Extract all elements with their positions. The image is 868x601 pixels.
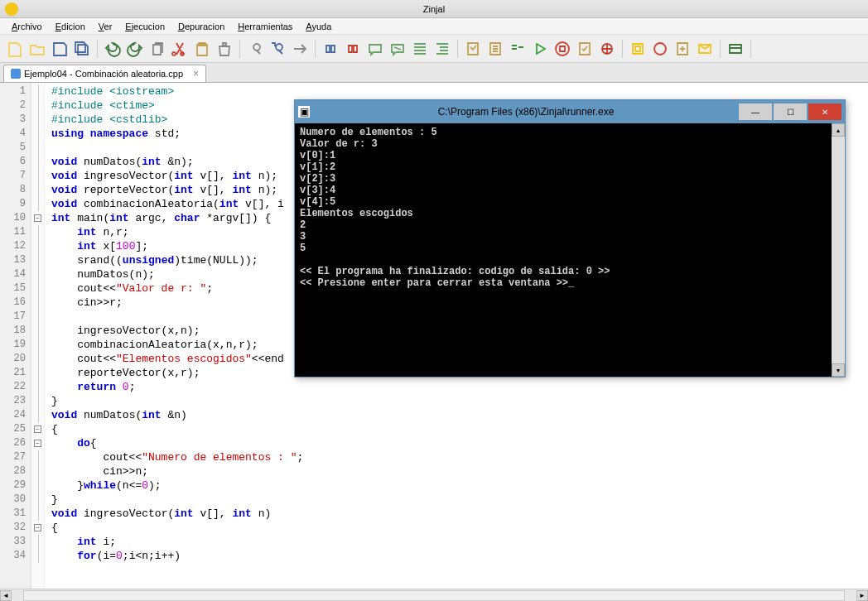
io-icon[interactable] [508,39,528,59]
scroll-down-arrow-icon[interactable]: ▼ [832,363,845,377]
code-line[interactable]: } [51,394,861,408]
fold-marker[interactable] [31,155,44,169]
fold-marker[interactable]: − [31,521,44,535]
fold-marker[interactable] [31,225,44,239]
fold-marker[interactable] [31,310,44,324]
fold-marker[interactable] [31,141,44,155]
code-line[interactable]: for(i=0;i<n;i++) [51,549,861,563]
fold-marker[interactable]: − [31,422,44,436]
console-titlebar[interactable]: ▣ C:\Program Files (x86)\Zinjal\runner.e… [295,100,845,123]
stop-icon[interactable] [552,39,572,59]
code-line[interactable]: void ingresoVector(int v[], int n) [51,507,861,521]
fold-marker[interactable] [31,296,44,310]
cut-icon[interactable] [170,39,190,59]
code-line[interactable]: #include <iostream> [51,84,861,99]
menu-archivo[interactable]: Archivo [7,20,47,33]
unindent-icon[interactable] [432,39,452,59]
code-line[interactable]: }while(n<=0); [51,478,861,493]
fold-marker[interactable] [31,408,44,422]
goto-icon[interactable] [290,39,310,59]
code-line[interactable]: cin>>n; [51,464,861,478]
menu-ayuda[interactable]: Ayuda [301,20,336,33]
menu-herramientas[interactable]: Herramientas [233,20,297,33]
code-line[interactable]: do{ [51,436,861,450]
scroll-left-arrow-icon[interactable]: ◄ [0,590,12,601]
fold-marker[interactable] [31,84,44,99]
fold-marker[interactable] [31,127,44,141]
code-line[interactable]: void numDatos(int &n) [51,408,861,422]
tab-close-icon[interactable]: × [193,68,199,79]
code-line[interactable]: { [51,422,861,436]
menu-ver[interactable]: Ver [94,20,118,33]
fold-marker[interactable] [31,380,44,394]
build-icon[interactable] [485,39,505,59]
breakpoint-icon[interactable] [650,39,670,59]
mail-icon[interactable] [695,39,715,59]
binoculars-icon[interactable] [321,39,340,59]
fold-marker[interactable] [31,535,44,549]
fold-marker[interactable] [31,99,44,113]
check-icon[interactable] [575,39,595,59]
new-file-icon[interactable] [5,39,25,59]
debug-icon[interactable] [597,39,617,59]
fold-marker[interactable] [31,253,44,267]
menu-edicion[interactable]: Edicion [51,20,90,33]
tools-icon[interactable] [628,39,648,59]
code-line[interactable]: } [51,493,861,507]
console-scrollbar[interactable]: ▲ ▼ [832,123,845,377]
fold-marker[interactable] [31,324,44,338]
code-line[interactable]: cout<<"Numero de elementos : "; [51,450,861,464]
fold-column[interactable]: −−−− [31,83,45,589]
fold-marker[interactable] [31,267,44,281]
step-icon[interactable] [673,39,692,59]
project-icon[interactable] [726,39,745,59]
scroll-track-v[interactable] [832,137,845,363]
console-output[interactable]: Numero de elementos : 5 Valor de r: 3 v[… [295,123,845,377]
code-line[interactable]: return 0; [51,380,861,394]
console-maximize-button[interactable]: ☐ [774,103,807,120]
fold-marker[interactable] [31,478,44,493]
copy-icon[interactable] [147,39,167,59]
comment-icon[interactable] [365,39,385,59]
fold-marker[interactable] [31,493,44,507]
scroll-track[interactable] [23,590,845,601]
code-line[interactable]: { [51,521,861,535]
undo-icon[interactable] [103,39,123,59]
compile-icon[interactable] [463,39,483,59]
fold-marker[interactable] [31,239,44,253]
binoculars-red-icon[interactable] [343,39,363,59]
uncomment-icon[interactable] [388,39,407,59]
menu-depuracion[interactable]: Depuracion [173,20,229,33]
run-icon[interactable] [530,39,550,59]
fold-marker[interactable] [31,352,44,366]
fold-marker[interactable] [31,113,44,127]
fold-marker[interactable] [31,338,44,352]
open-file-icon[interactable] [27,39,47,59]
delete-icon[interactable] [215,39,234,59]
fold-marker[interactable] [31,394,44,408]
fold-marker[interactable] [31,197,44,211]
fold-marker[interactable] [31,366,44,380]
find-icon[interactable] [245,39,265,59]
redo-icon[interactable] [125,39,145,59]
indent-icon[interactable] [410,39,430,59]
fold-marker[interactable] [31,507,44,521]
scroll-up-arrow-icon[interactable]: ▲ [832,123,845,137]
console-window[interactable]: ▣ C:\Program Files (x86)\Zinjal\runner.e… [294,99,846,377]
fold-marker[interactable] [31,281,44,296]
save-all-icon[interactable] [72,39,92,59]
fold-marker[interactable] [31,450,44,464]
replace-icon[interactable] [268,39,287,59]
fold-marker[interactable] [31,549,44,563]
horizontal-scrollbar[interactable]: ◄ ► [0,589,868,601]
fold-marker[interactable] [31,464,44,478]
fold-marker[interactable]: − [31,211,44,225]
file-tab[interactable]: Ejemplo04 - Combinación aleatoria.cpp × [3,65,206,82]
menu-ejecucion[interactable]: Ejecucion [120,20,170,33]
console-close-button[interactable]: ✕ [808,103,841,120]
console-minimize-button[interactable]: — [739,103,772,120]
save-icon[interactable] [50,39,70,59]
paste-icon[interactable] [192,39,212,59]
fold-marker[interactable] [31,183,44,197]
scroll-right-arrow-icon[interactable]: ► [856,590,868,601]
